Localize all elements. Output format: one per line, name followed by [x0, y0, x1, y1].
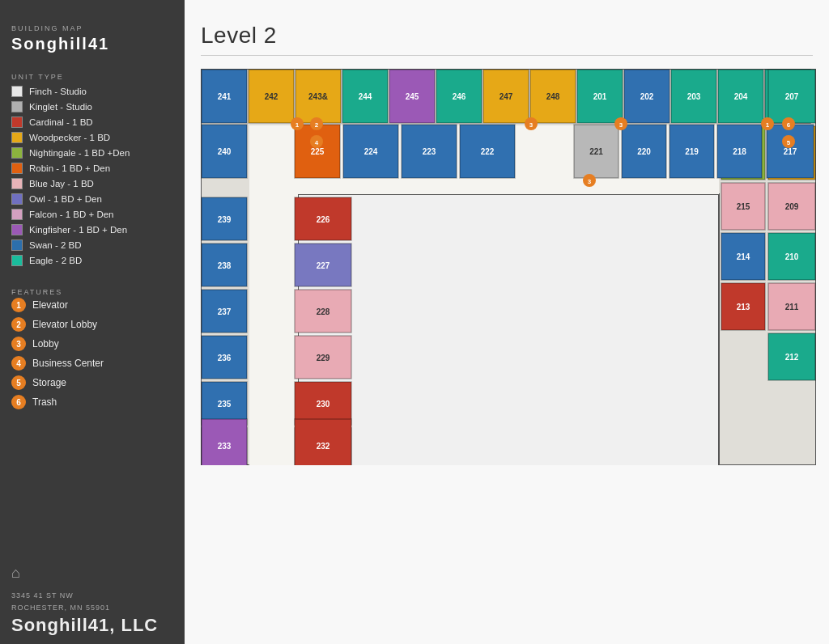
sidebar-footer: ⌂ 3345 41 ST NW Rochester, MN 55901 Song…	[11, 557, 173, 636]
svg-text:2: 2	[315, 121, 319, 129]
feature-item: 6Trash	[11, 395, 173, 409]
svg-text:3: 3	[588, 178, 592, 185]
main-content: Level 2 241242243&2442452462472482012022…	[185, 0, 829, 644]
svg-text:202: 202	[640, 92, 654, 101]
feature-item: 5Storage	[11, 375, 173, 390]
svg-text:228: 228	[317, 307, 330, 316]
svg-text:223: 223	[423, 147, 436, 156]
svg-text:242: 242	[265, 92, 278, 101]
legend-item: Kingfisher - 1 BD + Den	[11, 224, 173, 235]
svg-text:226: 226	[317, 215, 330, 224]
svg-text:245: 245	[406, 92, 419, 101]
svg-text:211: 211	[785, 303, 799, 311]
svg-text:3: 3	[529, 121, 534, 129]
building-map-label: BUILDING MAP	[11, 24, 173, 32]
features-list: 1Elevator2Elevator Lobby3Lobby4Business …	[11, 298, 173, 409]
svg-rect-3	[249, 125, 298, 465]
home-icon: ⌂	[11, 565, 173, 582]
unit-type-legend: Finch - StudioKinglet - StudioCardinal -…	[11, 86, 173, 270]
svg-text:212: 212	[785, 353, 799, 362]
svg-text:221: 221	[589, 147, 603, 156]
floor-plan-container: 241242243&244245246247248201202203204205…	[201, 69, 813, 636]
svg-text:244: 244	[359, 92, 372, 101]
svg-text:246: 246	[453, 92, 466, 101]
svg-text:215: 215	[737, 202, 750, 211]
svg-text:4: 4	[315, 139, 319, 146]
svg-text:201: 201	[593, 92, 607, 101]
svg-text:224: 224	[364, 147, 378, 156]
level-title: Level 2	[201, 23, 813, 49]
svg-text:236: 236	[218, 354, 232, 362]
floor-plan: 241242243&244245246247248201202203204205…	[201, 69, 816, 465]
feature-item: 3Lobby	[11, 337, 173, 351]
legend-item: Blue Jay - 1 BD	[11, 178, 173, 189]
svg-text:217: 217	[784, 147, 797, 156]
svg-text:241: 241	[218, 92, 232, 101]
title-divider	[201, 55, 813, 56]
features-section: FEATURES 1Elevator2Elevator Lobby3Lobby4…	[11, 280, 173, 414]
svg-text:229: 229	[317, 354, 330, 362]
svg-text:204: 204	[734, 92, 748, 101]
legend-item: Swan - 2 BD	[11, 239, 173, 251]
sidebar: BUILDING MAP Songhill41 UNIT TYPE Finch …	[0, 0, 185, 644]
address-line2: Rochester, MN 55901	[11, 602, 173, 613]
legend-item: Woodpecker - 1 BD	[11, 132, 173, 143]
svg-text:219: 219	[685, 147, 699, 156]
svg-text:213: 213	[737, 303, 750, 311]
svg-text:225: 225	[311, 147, 325, 156]
svg-text:210: 210	[785, 252, 799, 261]
legend-item: Kinglet - Studio	[11, 101, 173, 112]
svg-text:203: 203	[687, 92, 701, 101]
svg-text:5: 5	[787, 139, 791, 146]
legend-item: Falcon - 1 BD + Den	[11, 209, 173, 220]
svg-text:239: 239	[218, 215, 232, 224]
legend-item: Cardinal - 1 BD	[11, 117, 173, 128]
svg-text:232: 232	[317, 442, 330, 451]
features-label: FEATURES	[11, 288, 173, 296]
legend-item: Owl - 1 BD + Den	[11, 193, 173, 205]
address-line1: 3345 41 ST NW	[11, 590, 173, 601]
svg-text:6: 6	[787, 121, 791, 129]
feature-item: 2Elevator Lobby	[11, 317, 173, 332]
legend-item: Eagle - 2 BD	[11, 255, 173, 266]
svg-text:222: 222	[481, 147, 495, 156]
svg-text:1: 1	[766, 121, 770, 129]
svg-text:235: 235	[218, 400, 232, 409]
legend-item: Nightingale - 1 BD +Den	[11, 147, 173, 159]
svg-text:247: 247	[500, 92, 513, 101]
unit-type-label: UNIT TYPE	[11, 73, 173, 81]
svg-text:248: 248	[546, 92, 560, 101]
company-name: Songhill41, LLC	[11, 615, 173, 636]
svg-text:209: 209	[785, 202, 799, 211]
svg-text:227: 227	[317, 261, 330, 270]
svg-text:240: 240	[218, 147, 232, 156]
svg-text:1: 1	[295, 121, 300, 129]
svg-text:220: 220	[637, 147, 651, 156]
svg-text:214: 214	[737, 252, 750, 261]
svg-text:207: 207	[785, 92, 799, 101]
legend-item: Robin - 1 BD + Den	[11, 163, 173, 174]
svg-text:237: 237	[218, 307, 232, 316]
svg-text:3: 3	[619, 121, 623, 129]
feature-item: 4Business Center	[11, 356, 173, 371]
svg-text:218: 218	[733, 147, 746, 156]
feature-item: 1Elevator	[11, 298, 173, 312]
svg-text:238: 238	[218, 261, 232, 270]
legend-item: Finch - Studio	[11, 86, 173, 97]
svg-text:243&: 243&	[308, 92, 328, 101]
svg-text:230: 230	[317, 400, 330, 409]
svg-text:233: 233	[218, 442, 232, 451]
building-name: Songhill41	[11, 34, 173, 53]
